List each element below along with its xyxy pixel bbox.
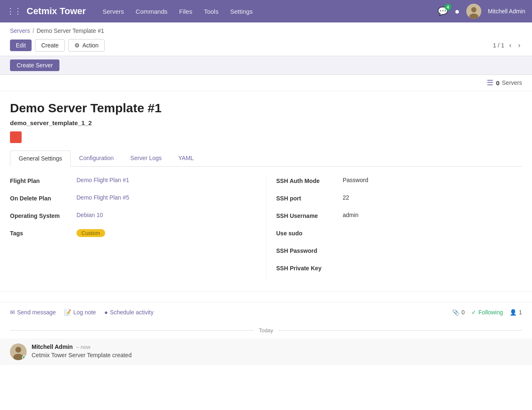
- log-note-button[interactable]: 📝 Log note: [64, 307, 96, 317]
- main-content: Demo Server Template #1 demo_server_temp…: [0, 91, 532, 291]
- grid-icon[interactable]: ⋮⋮: [7, 7, 22, 16]
- log-note-label: Log note: [73, 309, 96, 316]
- message-text: Cetmix Tower Server Template created: [32, 352, 522, 358]
- attachments-stat[interactable]: 📎 0: [452, 309, 465, 316]
- notification-count: 4: [445, 4, 451, 10]
- on-delete-link[interactable]: Demo Flight Plan #5: [76, 194, 129, 201]
- attachments-count: 0: [461, 309, 465, 316]
- action-label: Action: [82, 42, 99, 49]
- message-author: Mitchell Admin: [32, 343, 73, 350]
- followers-count: 1: [519, 309, 522, 316]
- today-line-right: [278, 330, 522, 331]
- pagination-info: 1 / 1: [493, 42, 504, 49]
- following-button[interactable]: ✓ Following: [471, 309, 503, 316]
- form-row-ssh-username: SSH Username admin: [276, 212, 522, 223]
- form-section: Flight Plan Demo Flight Plan #1 On Delet…: [10, 167, 522, 291]
- servers-count: 0: [496, 79, 499, 86]
- servers-icon: ☰: [487, 78, 493, 87]
- nav-links: Servers Commands Files Tools Settings: [103, 8, 438, 15]
- nav-servers[interactable]: Servers: [103, 8, 124, 15]
- breadcrumb: Servers / Demo Server Template #1: [0, 22, 532, 37]
- custom-tag[interactable]: Custom: [76, 229, 105, 237]
- send-message-button[interactable]: ✉ Send message: [10, 307, 56, 317]
- avatar[interactable]: [466, 4, 481, 19]
- on-delete-value: Demo Flight Plan #5: [76, 194, 256, 201]
- os-label: Operating System: [10, 212, 76, 219]
- form-row-on-delete: On Delete Plan Demo Flight Plan #5: [10, 194, 256, 206]
- schedule-activity-label: Schedule activity: [110, 309, 153, 316]
- form-col-left: Flight Plan Demo Flight Plan #1 On Delet…: [10, 177, 266, 282]
- nav-right: 💬 4 ● Mitchell Admin: [438, 4, 525, 19]
- pagination-prev[interactable]: ‹: [507, 41, 513, 50]
- app-brand: Cetmix Tower: [27, 6, 86, 17]
- top-navigation: ⋮⋮ Cetmix Tower Servers Commands Files T…: [0, 0, 532, 22]
- color-swatch[interactable]: [10, 131, 22, 143]
- user-name[interactable]: Mitchell Admin: [488, 8, 525, 15]
- message-icon: ✉: [10, 309, 15, 316]
- send-message-label: Send message: [17, 309, 56, 316]
- ssh-username-value: admin: [343, 212, 522, 218]
- ssh-auth-label: SSH Auth Mode: [276, 177, 343, 184]
- pagination-next[interactable]: ›: [517, 41, 522, 50]
- divider: [0, 291, 532, 292]
- os-value: Debian 10: [76, 212, 256, 218]
- paperclip-icon: 📎: [452, 309, 459, 316]
- edit-button[interactable]: Edit: [10, 40, 32, 51]
- breadcrumb-separator: /: [32, 27, 34, 34]
- today-line-left: [10, 330, 254, 331]
- flight-plan-value: Demo Flight Plan #1: [76, 177, 256, 183]
- svg-point-1: [471, 7, 476, 12]
- stat-bar: ☰ 0 Servers: [0, 75, 532, 91]
- gear-icon: ⚙: [74, 42, 80, 49]
- form-row-flight-plan: Flight Plan Demo Flight Plan #1: [10, 177, 256, 188]
- servers-label: Servers: [502, 79, 522, 86]
- person-icon: 👤: [510, 309, 517, 316]
- log-icon: 📝: [64, 309, 71, 316]
- notification-bell[interactable]: 💬 4: [438, 6, 448, 16]
- svg-point-4: [15, 347, 21, 353]
- ssh-port-label: SSH port: [276, 194, 343, 202]
- breadcrumb-parent[interactable]: Servers: [10, 27, 30, 34]
- schedule-activity-button[interactable]: ● Schedule activity: [104, 307, 154, 317]
- check-icon: ✓: [471, 309, 476, 316]
- ssh-auth-value: Password: [343, 177, 522, 183]
- tab-server-logs[interactable]: Server Logs: [122, 151, 170, 167]
- use-sudo-label: Use sudo: [276, 229, 343, 237]
- tab-general-settings[interactable]: General Settings: [10, 151, 71, 167]
- tab-configuration[interactable]: Configuration: [71, 151, 122, 167]
- form-row-ssh-password: SSH Password: [276, 247, 522, 258]
- nav-tools[interactable]: Tools: [204, 8, 219, 15]
- record-subtitle: demo_server_template_1_2: [10, 119, 522, 126]
- nav-commands[interactable]: Commands: [135, 8, 167, 15]
- following-label: Following: [478, 309, 503, 316]
- flight-plan-link[interactable]: Demo Flight Plan #1: [76, 177, 129, 183]
- followers-button[interactable]: 👤 1: [510, 309, 522, 316]
- toolbar: Edit Create ⚙ Action 1 / 1 ‹ ›: [0, 37, 532, 56]
- clock-activity-icon: ●: [104, 309, 108, 316]
- form-row-use-sudo: Use sudo: [276, 229, 522, 241]
- nav-files[interactable]: Files: [179, 8, 192, 15]
- clock-icon[interactable]: ●: [455, 7, 460, 16]
- servers-stat[interactable]: ☰ 0 Servers: [487, 78, 522, 87]
- tab-yaml[interactable]: YAML: [170, 151, 202, 167]
- os-link[interactable]: Debian 10: [76, 212, 103, 218]
- ssh-password-label: SSH Password: [276, 247, 343, 254]
- message-item: Mitchell Admin – now Cetmix Tower Server…: [0, 338, 532, 365]
- form-col-right: SSH Auth Mode Password SSH port 22 SSH U…: [266, 177, 522, 282]
- message-header: Mitchell Admin – now: [32, 343, 522, 350]
- create-button[interactable]: Create: [35, 39, 65, 52]
- tabs: General Settings Configuration Server Lo…: [10, 151, 522, 167]
- form-row-tags: Tags Custom: [10, 229, 256, 241]
- create-server-button[interactable]: Create Server: [10, 59, 59, 71]
- on-delete-label: On Delete Plan: [10, 194, 76, 202]
- message-time: – now: [76, 344, 91, 350]
- ssh-private-key-label: SSH Private Key: [276, 264, 343, 272]
- today-divider: Today: [0, 322, 532, 338]
- form-row-os: Operating System Debian 10: [10, 212, 256, 223]
- today-label: Today: [259, 327, 273, 333]
- chatter-bar: ✉ Send message 📝 Log note ● Schedule act…: [0, 302, 532, 322]
- breadcrumb-current: Demo Server Template #1: [37, 27, 104, 34]
- nav-settings[interactable]: Settings: [230, 8, 253, 15]
- action-button[interactable]: ⚙ Action: [68, 39, 105, 52]
- form-row-ssh-port: SSH port 22: [276, 194, 522, 206]
